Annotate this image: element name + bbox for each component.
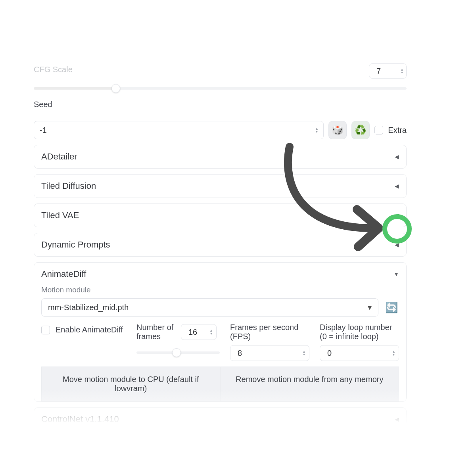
seed-random-button[interactable]: 🎲 [328,121,347,139]
accordion-title: Tiled Diffusion [41,181,96,191]
cfg-scale-value: 7 [376,67,381,76]
seed-extra-checkbox[interactable] [374,126,383,134]
seed-reuse-button[interactable]: ♻️ [351,121,370,139]
recycle-icon: ♻️ [355,125,367,136]
frames-slider[interactable] [136,351,220,354]
move-to-cpu-button[interactable]: Move motion module to CPU (default if lo… [42,367,221,401]
enable-animatediff-label: Enable AnimateDiff [56,325,123,334]
remove-from-memory-button[interactable]: Remove motion module from any memory [221,367,399,401]
accordion-tiled-vae[interactable]: Tiled VAE ◀ [34,204,406,227]
loop-label: Display loop number (0 = infinite loop) [320,323,399,341]
motion-module-value: mm-Stabilized_mid.pth [48,303,129,312]
accordion-title: AnimateDiff [41,269,86,279]
seed-extra-label: Extra [388,126,407,135]
chevron-left-icon: ◀ [395,242,399,248]
enable-animatediff-checkbox[interactable] [41,326,50,334]
accordion-adetailer[interactable]: ADetailer ◀ [34,145,406,168]
accordion-title: LoRA Block Weight [41,443,116,454]
stepper-icon[interactable]: ▴▾ [316,127,318,133]
accordion-title: ControlNet v1.1.410 [41,414,119,424]
seed-label: Seed [34,100,407,109]
frames-value: 16 [188,328,197,337]
chevron-left-icon: ◀ [395,416,399,422]
dice-icon: 🎲 [332,125,344,136]
seed-input[interactable]: -1 ▴▾ [34,121,324,139]
chevron-left-icon: ◀ [395,445,399,452]
stepper-icon[interactable]: ▴▾ [303,350,305,356]
accordion-title: Tiled VAE [41,210,79,221]
motion-refresh-button[interactable]: 🔄 [384,300,399,315]
accordion-tiled-diffusion[interactable]: Tiled Diffusion ◀ [34,175,406,198]
loop-value: 0 [327,349,332,358]
fps-label: Frames per second (FPS) [230,323,309,341]
motion-module-select[interactable]: mm-Stabilized_mid.pth ▾ [41,298,378,317]
stepper-icon[interactable]: ▴▾ [401,68,403,74]
accordion-animatediff[interactable]: AnimateDiff ▼ [34,263,406,286]
accordion-lora-block-weight[interactable]: LoRA Block Weight ◀ [34,437,406,460]
fps-input[interactable]: 8 ▴▾ [230,345,309,361]
cfg-scale-slider[interactable] [34,87,407,90]
motion-module-label: Motion module [41,286,399,294]
cfg-scale-input[interactable]: 7 ▴▾ [369,63,407,79]
chevron-left-icon: ◀ [395,183,399,189]
cfg-scale-label: CFG Scale [34,65,73,74]
accordion-title: ADetailer [41,152,77,162]
accordion-dynamic-prompts[interactable]: Dynamic Prompts ◀ [34,233,406,256]
accordion-title: Dynamic Prompts [41,240,110,250]
frames-input[interactable]: 16 ▴▾ [181,324,217,340]
refresh-icon: 🔄 [385,301,398,314]
stepper-icon[interactable]: ▴▾ [393,350,395,356]
dropdown-icon: ▾ [368,303,372,312]
frames-label: Number of frames [136,323,176,341]
slider-thumb[interactable] [111,84,120,93]
loop-input[interactable]: 0 ▴▾ [320,345,399,361]
slider-thumb[interactable] [172,348,181,357]
fps-value: 8 [238,349,242,358]
chevron-down-icon: ▼ [393,271,399,277]
chevron-left-icon: ◀ [395,154,399,160]
chevron-left-icon: ◀ [395,212,399,219]
stepper-icon[interactable]: ▴▾ [210,329,212,335]
seed-value: -1 [40,126,47,135]
accordion-controlnet[interactable]: ControlNet v1.1.410 ◀ [34,408,406,431]
